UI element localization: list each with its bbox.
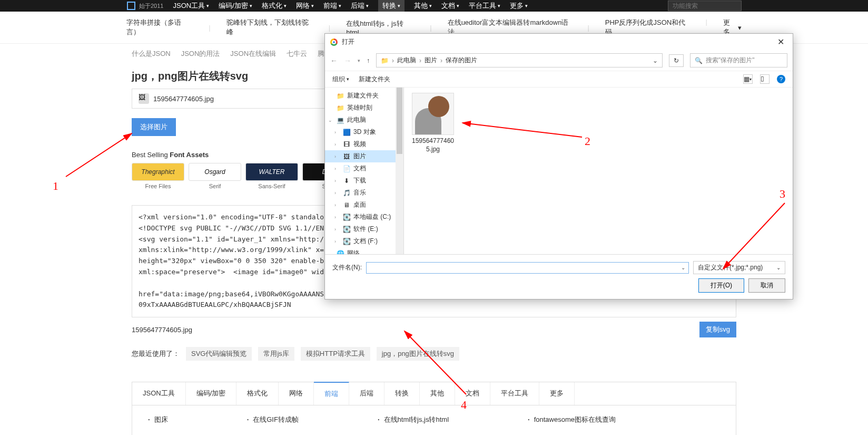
- chevron-down-icon[interactable]: ⌄: [681, 265, 685, 270]
- tree-node[interactable]: 🌐网络: [325, 247, 403, 254]
- page-tab[interactable]: 什么是JSON: [132, 49, 171, 59]
- bottom-tab[interactable]: 平台工具: [490, 382, 539, 405]
- selected-filename: 1595647774605.jpg: [153, 95, 214, 103]
- topnav-item[interactable]: 更多 ▾: [510, 0, 528, 12]
- logo[interactable]: 始于2011: [126, 1, 163, 11]
- recent-tag[interactable]: 常用js库: [258, 347, 294, 361]
- back-icon[interactable]: ←: [330, 56, 338, 65]
- tree-node[interactable]: ›💽文档 (F:): [325, 235, 403, 247]
- topnav-item[interactable]: 文档 ▾: [441, 0, 459, 12]
- topnav-item[interactable]: 编码/加密 ▾: [219, 0, 252, 12]
- dialog-title: 打开: [342, 37, 354, 46]
- bottom-link[interactable]: fontawesome图标在线查询: [528, 415, 616, 424]
- tree-node[interactable]: ⌄💻此电脑: [325, 114, 403, 126]
- breadcrumb-path[interactable]: 📁 › 此电脑 › 图片 › 保存的图片 ⌄: [376, 53, 663, 67]
- tree-node[interactable]: ›💽软件 (E:): [325, 223, 403, 235]
- file-name: 1595647774605.jpg: [409, 137, 457, 153]
- topnav-item[interactable]: 其他 ▾: [414, 0, 432, 12]
- recent-tag[interactable]: SVG代码编辑预览: [186, 347, 252, 361]
- chevron-down-icon[interactable]: ⌄: [653, 57, 658, 64]
- refresh-icon[interactable]: ↻: [669, 54, 684, 67]
- bottom-tab[interactable]: 前端: [314, 382, 349, 405]
- bottom-tab[interactable]: 后端: [349, 382, 384, 405]
- top-nav: 始于2011 JSON工具 ▾编码/加密 ▾格式化 ▾网络 ▾前端 ▾后端 ▾转…: [0, 0, 868, 12]
- topnav-item[interactable]: 前端 ▾: [323, 0, 341, 12]
- forward-icon[interactable]: →: [344, 56, 351, 65]
- folder-icon: 📁: [381, 57, 389, 64]
- caret-down-icon[interactable]: ▾: [358, 58, 360, 63]
- topnav-item[interactable]: JSON工具 ▾: [173, 0, 209, 12]
- bottom-link[interactable]: 在线html转js,js转html: [378, 415, 449, 424]
- bottom-links: 图床在线GIF转成帧在线html转js,js转htmlfontawesome图标…: [132, 405, 736, 435]
- recent-tag[interactable]: jpg，png图片在线转svg: [377, 347, 459, 361]
- dialog-search[interactable]: 🔍 搜索"保存的图片": [690, 53, 787, 67]
- tree-node[interactable]: ›🖥桌面: [325, 199, 403, 211]
- page-tab[interactable]: 七牛云: [287, 49, 307, 59]
- tree-node[interactable]: 📁新建文件夹: [325, 90, 403, 102]
- subnav-item[interactable]: 字符串拼接（多语言）: [126, 18, 193, 37]
- dialog-nav: ← → ▾ ↑ 📁 › 此电脑 › 图片 › 保存的图片 ⌄ ↻ 🔍 搜索"保存…: [325, 50, 793, 71]
- tree-node[interactable]: ›🎵音乐: [325, 187, 403, 199]
- dialog-body: 📁新建文件夹📁英雄时刻⌄💻此电脑›🟦3D 对象›🎞视频›🖼图片›📄文档›⬇下载›…: [325, 88, 793, 254]
- preview-icon[interactable]: ▯: [760, 74, 770, 84]
- dialog-titlebar: 打开 ✕: [325, 34, 793, 50]
- tree-node[interactable]: 📁英雄时刻: [325, 102, 403, 114]
- tree-node[interactable]: ›🎞视频: [325, 138, 403, 150]
- open-button[interactable]: 打开(O): [698, 278, 744, 293]
- svg-rect-0: [127, 2, 135, 9]
- bottom-tab[interactable]: JSON工具: [132, 382, 186, 405]
- tree-node[interactable]: ›⬇下载: [325, 175, 403, 187]
- recent-label: 您最近使用了：: [132, 349, 180, 359]
- topnav-item[interactable]: 格式化 ▾: [262, 0, 287, 12]
- font-card[interactable]: WALTERSans-Serif: [245, 163, 298, 189]
- bottom-tab[interactable]: 其他: [420, 382, 455, 405]
- result-row: 1595647774605.jpg 复制svg: [132, 322, 736, 337]
- bottom-tab[interactable]: 更多: [539, 382, 575, 405]
- bottom-tab[interactable]: 转换: [384, 382, 420, 405]
- tree-scrollbar[interactable]: [396, 88, 403, 254]
- bottom-tab[interactable]: 编码/加密: [186, 382, 237, 405]
- bottom-tab[interactable]: 网络: [279, 382, 314, 405]
- bottom-link[interactable]: 图床: [148, 415, 168, 424]
- file-filter[interactable]: 自定义文件(*.jpg;*.png) ⌄: [693, 261, 785, 274]
- copy-svg-button[interactable]: 复制svg: [699, 322, 736, 337]
- new-folder-button[interactable]: 新建文件夹: [359, 75, 390, 84]
- organize-button[interactable]: 组织 ▾: [332, 75, 349, 84]
- up-icon[interactable]: ↑: [367, 57, 370, 64]
- topnav-item[interactable]: 转换 ▾: [378, 0, 405, 12]
- chrome-icon: [330, 38, 338, 46]
- logo-subtitle: 始于2011: [139, 2, 163, 10]
- search-input[interactable]: [668, 1, 742, 11]
- tree-node[interactable]: ›🟦3D 对象: [325, 126, 403, 138]
- bottom-tab[interactable]: 文档: [455, 382, 490, 405]
- bottom-link[interactable]: 在线GIF转成帧: [247, 415, 299, 424]
- topnav-item[interactable]: 网络 ▾: [296, 0, 314, 12]
- file-thumbnail: [412, 93, 454, 135]
- view-icon[interactable]: ▦▾: [743, 74, 753, 84]
- cancel-button[interactable]: 取消: [748, 278, 785, 293]
- tree-node[interactable]: ›🖼图片: [325, 150, 403, 162]
- bottom-tab[interactable]: 格式化: [236, 382, 279, 405]
- dialog-footer: 文件名(N): ⌄ 自定义文件(*.jpg;*.png) ⌄ 打开(O) 取消: [325, 254, 793, 299]
- chevron-down-icon: ⌄: [776, 265, 781, 270]
- font-card[interactable]: ThegraphictFree Files: [132, 163, 184, 189]
- tree-node[interactable]: ›📄文档: [325, 162, 403, 175]
- dialog-toolbar: 组织 ▾ 新建文件夹 ▦▾ ▯ ?: [325, 71, 793, 88]
- help-icon[interactable]: ?: [777, 75, 785, 83]
- page-tab[interactable]: JSON的用法: [181, 49, 220, 59]
- page-tab[interactable]: JSON在线编辑: [230, 49, 276, 59]
- search-box: [668, 1, 742, 11]
- result-filename: 1595647774605.jpg: [132, 326, 192, 334]
- select-image-button[interactable]: 选择图片: [132, 118, 176, 136]
- filename-input[interactable]: [370, 264, 681, 272]
- file-open-dialog: 打开 ✕ ← → ▾ ↑ 📁 › 此电脑 › 图片 › 保存的图片 ⌄ ↻ 🔍 …: [324, 33, 793, 299]
- subnav-item[interactable]: 驼峰转下划线，下划线转驼峰: [226, 18, 313, 37]
- tree-node[interactable]: ›💽本地磁盘 (C:): [325, 211, 403, 223]
- filename-label: 文件名(N):: [332, 263, 362, 272]
- topnav-item[interactable]: 后端 ▾: [351, 0, 369, 12]
- topnav-item[interactable]: 平台工具 ▾: [469, 0, 500, 12]
- font-card[interactable]: OsgardSerif: [189, 163, 241, 189]
- recent-tag[interactable]: 模拟HTTP请求工具: [301, 347, 370, 361]
- file-item[interactable]: 1595647774605.jpg: [409, 93, 457, 153]
- close-icon[interactable]: ✕: [774, 37, 787, 47]
